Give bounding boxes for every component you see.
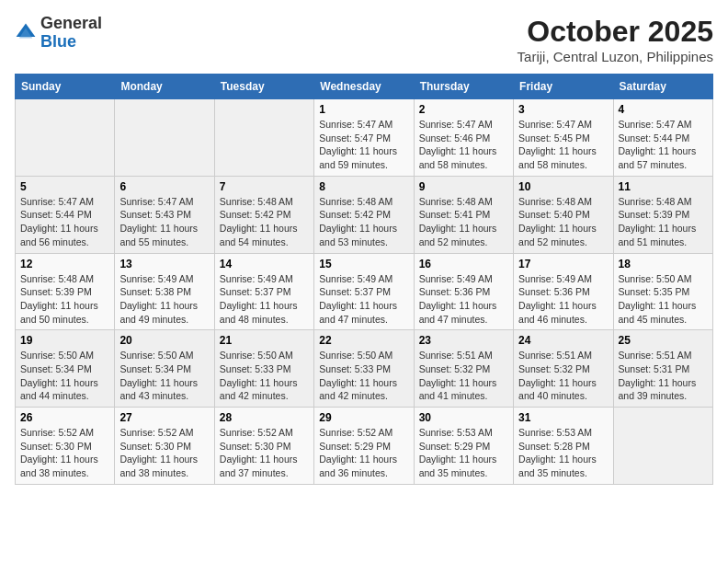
week-row-3: 12Sunrise: 5:48 AM Sunset: 5:39 PM Dayli… [16,253,713,330]
day-header-saturday: Saturday [613,75,712,99]
day-info: Sunrise: 5:49 AM Sunset: 5:37 PM Dayligh… [319,272,408,327]
day-cell: 28Sunrise: 5:52 AM Sunset: 5:30 PM Dayli… [214,408,313,485]
day-cell: 1Sunrise: 5:47 AM Sunset: 5:47 PM Daylig… [314,99,414,177]
day-info: Sunrise: 5:49 AM Sunset: 5:36 PM Dayligh… [419,272,508,327]
day-number: 28 [220,411,309,424]
day-cell: 4Sunrise: 5:47 AM Sunset: 5:44 PM Daylig… [613,99,712,177]
day-info: Sunrise: 5:47 AM Sunset: 5:44 PM Dayligh… [619,118,708,172]
logo: General Blue [15,15,102,52]
day-info: Sunrise: 5:52 AM Sunset: 5:30 PM Dayligh… [220,426,309,480]
day-cell: 17Sunrise: 5:49 AM Sunset: 5:36 PM Dayli… [514,253,613,330]
day-cell: 25Sunrise: 5:51 AM Sunset: 5:31 PM Dayli… [613,330,712,408]
day-cell: 12Sunrise: 5:48 AM Sunset: 5:39 PM Dayli… [16,253,115,330]
day-number: 23 [419,334,508,347]
logo-general-text: General [40,15,102,33]
day-info: Sunrise: 5:48 AM Sunset: 5:40 PM Dayligh… [518,195,608,249]
day-info: Sunrise: 5:50 AM Sunset: 5:33 PM Dayligh… [319,349,408,403]
day-number: 30 [419,411,508,424]
day-info: Sunrise: 5:50 AM Sunset: 5:35 PM Dayligh… [619,272,708,327]
day-number: 22 [319,334,408,347]
day-info: Sunrise: 5:48 AM Sunset: 5:41 PM Dayligh… [419,195,508,249]
day-number: 10 [518,180,608,193]
day-cell: 26Sunrise: 5:52 AM Sunset: 5:30 PM Dayli… [16,408,115,485]
page-header: General Blue October 2025 Tariji, Centra… [15,15,713,64]
day-number: 16 [419,258,508,270]
day-header-monday: Monday [115,75,214,99]
day-number: 24 [518,334,608,347]
day-cell: 19Sunrise: 5:50 AM Sunset: 5:34 PM Dayli… [16,330,115,408]
day-number: 14 [220,258,309,270]
day-number: 17 [518,258,608,270]
day-info: Sunrise: 5:47 AM Sunset: 5:43 PM Dayligh… [119,195,209,249]
day-info: Sunrise: 5:53 AM Sunset: 5:28 PM Dayligh… [518,426,608,480]
day-number: 13 [119,258,209,270]
day-info: Sunrise: 5:47 AM Sunset: 5:44 PM Dayligh… [20,195,109,249]
day-cell: 7Sunrise: 5:48 AM Sunset: 5:42 PM Daylig… [214,176,313,253]
day-info: Sunrise: 5:51 AM Sunset: 5:31 PM Dayligh… [619,349,708,403]
day-info: Sunrise: 5:49 AM Sunset: 5:37 PM Dayligh… [220,272,309,327]
day-cell: 27Sunrise: 5:52 AM Sunset: 5:30 PM Dayli… [115,408,214,485]
day-cell [613,408,712,485]
week-row-5: 26Sunrise: 5:52 AM Sunset: 5:30 PM Dayli… [16,408,713,485]
day-cell: 23Sunrise: 5:51 AM Sunset: 5:32 PM Dayli… [414,330,513,408]
day-header-thursday: Thursday [414,75,513,99]
day-number: 26 [20,411,109,424]
day-info: Sunrise: 5:53 AM Sunset: 5:29 PM Dayligh… [419,426,508,480]
day-cell: 10Sunrise: 5:48 AM Sunset: 5:40 PM Dayli… [514,176,613,253]
day-number: 6 [119,180,209,193]
calendar-table: SundayMondayTuesdayWednesdayThursdayFrid… [15,74,713,485]
day-cell: 9Sunrise: 5:48 AM Sunset: 5:41 PM Daylig… [414,176,513,253]
day-info: Sunrise: 5:50 AM Sunset: 5:34 PM Dayligh… [119,349,209,403]
day-header-wednesday: Wednesday [314,75,414,99]
day-info: Sunrise: 5:48 AM Sunset: 5:42 PM Dayligh… [220,195,309,249]
day-info: Sunrise: 5:50 AM Sunset: 5:34 PM Dayligh… [20,349,109,403]
day-number: 25 [619,334,708,347]
day-number: 8 [319,180,408,193]
day-number: 20 [119,334,209,347]
day-info: Sunrise: 5:48 AM Sunset: 5:39 PM Dayligh… [619,195,708,249]
day-info: Sunrise: 5:47 AM Sunset: 5:47 PM Dayligh… [319,118,408,172]
day-header-friday: Friday [514,75,613,99]
logo-icon [15,22,37,44]
day-cell: 8Sunrise: 5:48 AM Sunset: 5:42 PM Daylig… [314,176,414,253]
day-header-tuesday: Tuesday [214,75,313,99]
title-block: October 2025 Tariji, Central Luzon, Phil… [518,15,713,64]
header-row: SundayMondayTuesdayWednesdayThursdayFrid… [16,75,713,99]
day-number: 29 [319,411,408,424]
day-info: Sunrise: 5:52 AM Sunset: 5:30 PM Dayligh… [119,426,209,480]
day-cell: 22Sunrise: 5:50 AM Sunset: 5:33 PM Dayli… [314,330,414,408]
calendar-body: 1Sunrise: 5:47 AM Sunset: 5:47 PM Daylig… [16,99,713,485]
logo-blue-text: Blue [40,33,102,52]
day-number: 31 [518,411,608,424]
day-cell: 15Sunrise: 5:49 AM Sunset: 5:37 PM Dayli… [314,253,414,330]
week-row-2: 5Sunrise: 5:47 AM Sunset: 5:44 PM Daylig… [16,176,713,253]
day-cell [115,99,214,177]
day-cell: 21Sunrise: 5:50 AM Sunset: 5:33 PM Dayli… [214,330,313,408]
day-cell [214,99,313,177]
day-number: 12 [20,258,109,270]
day-number: 27 [119,411,209,424]
day-header-sunday: Sunday [16,75,115,99]
day-cell: 20Sunrise: 5:50 AM Sunset: 5:34 PM Dayli… [115,330,214,408]
day-info: Sunrise: 5:51 AM Sunset: 5:32 PM Dayligh… [419,349,508,403]
location-subtitle: Tariji, Central Luzon, Philippines [518,49,713,64]
day-number: 21 [220,334,309,347]
day-number: 5 [20,180,109,193]
day-number: 9 [419,180,508,193]
month-title: October 2025 [518,15,713,49]
day-info: Sunrise: 5:48 AM Sunset: 5:39 PM Dayligh… [20,272,109,327]
day-cell: 13Sunrise: 5:49 AM Sunset: 5:38 PM Dayli… [115,253,214,330]
day-cell: 16Sunrise: 5:49 AM Sunset: 5:36 PM Dayli… [414,253,513,330]
day-info: Sunrise: 5:50 AM Sunset: 5:33 PM Dayligh… [220,349,309,403]
day-number: 4 [619,103,708,116]
day-cell: 6Sunrise: 5:47 AM Sunset: 5:43 PM Daylig… [115,176,214,253]
day-number: 15 [319,258,408,270]
day-info: Sunrise: 5:47 AM Sunset: 5:45 PM Dayligh… [518,118,608,172]
day-cell [16,99,115,177]
day-info: Sunrise: 5:51 AM Sunset: 5:32 PM Dayligh… [518,349,608,403]
day-cell: 24Sunrise: 5:51 AM Sunset: 5:32 PM Dayli… [514,330,613,408]
day-number: 2 [419,103,508,116]
day-cell: 18Sunrise: 5:50 AM Sunset: 5:35 PM Dayli… [613,253,712,330]
day-cell: 5Sunrise: 5:47 AM Sunset: 5:44 PM Daylig… [16,176,115,253]
day-number: 7 [220,180,309,193]
